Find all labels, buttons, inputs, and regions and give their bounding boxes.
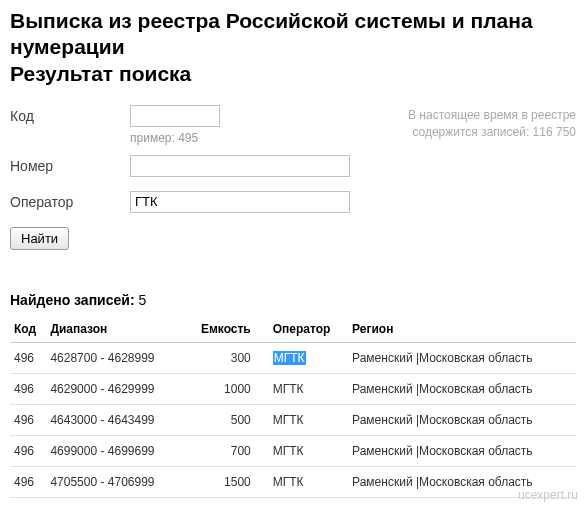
cell-region: Раменский |Московская область bbox=[348, 404, 576, 435]
search-button[interactable]: Найти bbox=[10, 227, 69, 250]
cell-capacity: 700 bbox=[182, 435, 269, 466]
title-line-2: Результат поиска bbox=[10, 62, 191, 85]
cell-capacity: 500 bbox=[182, 404, 269, 435]
cell-code: 496 bbox=[10, 466, 46, 497]
cell-operator: МГТК bbox=[269, 466, 348, 497]
cell-operator: МГТК bbox=[269, 404, 348, 435]
watermark: ucexpert.ru bbox=[518, 488, 578, 502]
table-row: 4964628700 - 4628999300МГТКРаменский |Мо… bbox=[10, 342, 576, 373]
cell-capacity: 1000 bbox=[182, 373, 269, 404]
cell-code: 496 bbox=[10, 342, 46, 373]
page-title: Выписка из реестра Российской системы и … bbox=[10, 8, 576, 87]
cell-operator: МГТК bbox=[269, 342, 348, 373]
cell-operator: МГТК bbox=[269, 435, 348, 466]
cell-code: 496 bbox=[10, 435, 46, 466]
title-line-1: Выписка из реестра Российской системы и … bbox=[10, 9, 533, 58]
cell-range: 4628700 - 4628999 bbox=[46, 342, 182, 373]
cell-range: 4699000 - 4699699 bbox=[46, 435, 182, 466]
search-form: Код пример: 495 Номер Оператор Найти В н… bbox=[10, 105, 576, 250]
operator-input[interactable] bbox=[130, 191, 350, 213]
cell-range: 4629000 - 4629999 bbox=[46, 373, 182, 404]
cell-capacity: 300 bbox=[182, 342, 269, 373]
cell-region: Раменский |Московская область bbox=[348, 435, 576, 466]
cell-region: Раменский |Московская область bbox=[348, 373, 576, 404]
registry-status: В настоящее время в реестре содержится з… bbox=[386, 105, 576, 250]
col-operator: Оператор bbox=[269, 316, 348, 343]
col-code: Код bbox=[10, 316, 46, 343]
code-hint: пример: 495 bbox=[130, 131, 376, 145]
table-row: 4964699000 - 4699699700МГТКРаменский |Мо… bbox=[10, 435, 576, 466]
col-range: Диапазон bbox=[46, 316, 182, 343]
cell-operator: МГТК bbox=[269, 373, 348, 404]
code-input[interactable] bbox=[130, 105, 220, 127]
cell-range: 4643000 - 4643499 bbox=[46, 404, 182, 435]
status-line-2: содержится записей: 116 750 bbox=[412, 125, 576, 139]
number-label: Номер bbox=[10, 158, 130, 174]
cell-code: 496 bbox=[10, 404, 46, 435]
col-capacity: Емкость bbox=[182, 316, 269, 343]
number-input[interactable] bbox=[130, 155, 350, 177]
table-row: 4964705500 - 47069991500МГТКРаменский |М… bbox=[10, 466, 576, 497]
found-number: 5 bbox=[138, 292, 146, 308]
cell-code: 496 bbox=[10, 373, 46, 404]
code-label: Код bbox=[10, 108, 130, 124]
results-table: Код Диапазон Емкость Оператор Регион 496… bbox=[10, 316, 576, 498]
status-line-1: В настоящее время в реестре bbox=[408, 108, 576, 122]
table-row: 4964643000 - 4643499500МГТКРаменский |Мо… bbox=[10, 404, 576, 435]
cell-region: Раменский |Московская область bbox=[348, 342, 576, 373]
results-count: Найдено записей: 5 bbox=[10, 292, 576, 308]
cell-range: 4705500 - 4706999 bbox=[46, 466, 182, 497]
col-region: Регион bbox=[348, 316, 576, 343]
table-row: 4964629000 - 46299991000МГТКРаменский |М… bbox=[10, 373, 576, 404]
operator-label: Оператор bbox=[10, 194, 130, 210]
cell-capacity: 1500 bbox=[182, 466, 269, 497]
found-label: Найдено записей: bbox=[10, 292, 135, 308]
